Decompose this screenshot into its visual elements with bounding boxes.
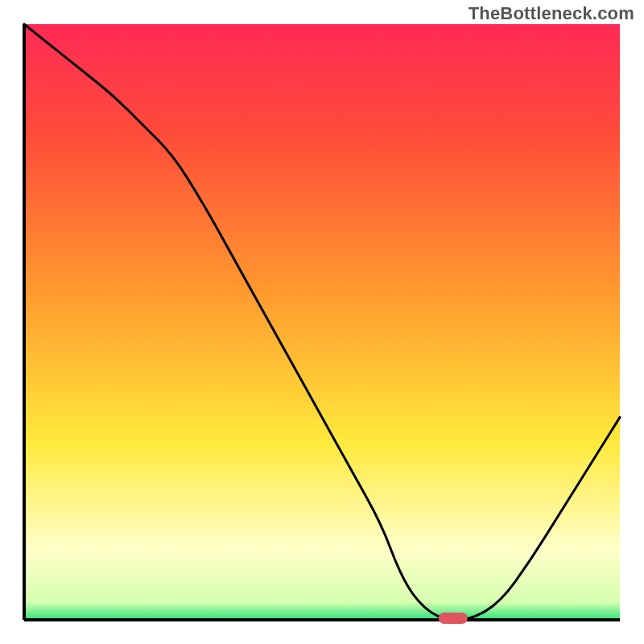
plot-area [24,24,620,624]
bottleneck-chart: TheBottleneck.com [0,0,644,644]
watermark-label: TheBottleneck.com [469,3,634,24]
gradient-background [24,24,620,620]
optimal-marker [439,613,468,624]
chart-svg [0,0,644,644]
